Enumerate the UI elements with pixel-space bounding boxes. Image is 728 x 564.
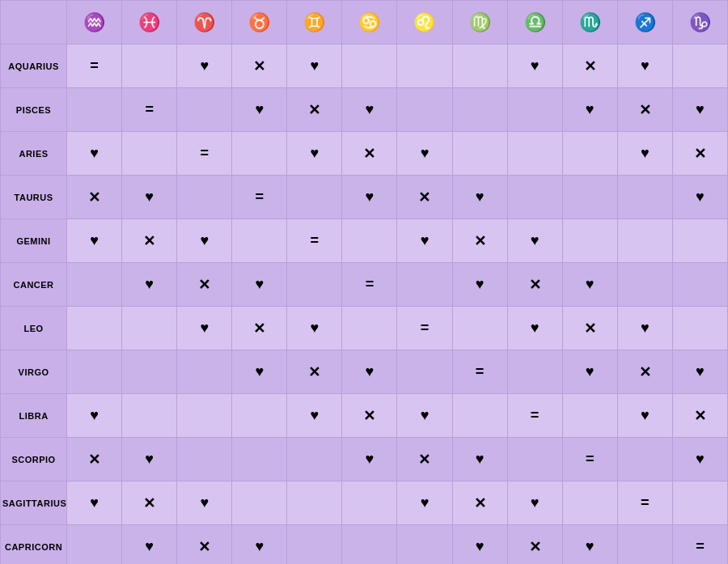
cell-leo-virgo <box>452 307 507 350</box>
cell-gemini-aquarius: ♥ <box>67 219 122 263</box>
row-label-capricorn: CAPRICORN <box>1 525 67 565</box>
cell-cancer-pisces: ♥ <box>122 263 177 307</box>
cell-pisces-capricorn: ♥ <box>672 88 727 132</box>
cell-scorpio-gemini <box>287 438 342 481</box>
cell-cancer-leo <box>397 263 452 307</box>
cell-taurus-libra <box>507 176 562 219</box>
header-sign-libra: ♎ <box>507 1 562 45</box>
header-sign-leo: ♌ <box>397 1 452 45</box>
cell-capricorn-virgo: ♥ <box>452 525 507 565</box>
row-label-aries: ARIES <box>1 132 67 176</box>
cell-leo-cancer <box>342 307 397 350</box>
row-capricorn: CAPRICORN♥✕♥♥✕♥= <box>1 525 728 565</box>
cell-aries-aquarius: ♥ <box>67 132 122 176</box>
cell-libra-gemini: ♥ <box>287 394 342 438</box>
header-sign-cancer: ♋ <box>342 1 397 45</box>
row-label-cancer: CANCER <box>1 263 67 307</box>
cell-pisces-gemini: ✕ <box>287 88 342 132</box>
cell-virgo-sagittarius: ✕ <box>617 350 672 394</box>
row-label-scorpio: SCORPIO <box>1 438 67 481</box>
cell-taurus-pisces: ♥ <box>122 176 177 219</box>
cell-taurus-scorpio <box>562 176 617 219</box>
cell-sagittarius-libra: ♥ <box>507 481 562 525</box>
cell-aries-leo: ♥ <box>397 132 452 176</box>
cell-virgo-virgo: = <box>452 350 507 394</box>
cell-cancer-sagittarius <box>617 263 672 307</box>
cell-aries-gemini: ♥ <box>287 132 342 176</box>
cell-aries-aries: = <box>177 132 232 176</box>
cell-libra-leo: ♥ <box>397 394 452 438</box>
cell-pisces-aries <box>177 88 232 132</box>
header-sign-taurus: ♉ <box>232 1 287 45</box>
cell-capricorn-aquarius <box>67 525 122 565</box>
cell-capricorn-sagittarius <box>617 525 672 565</box>
cell-taurus-aquarius: ✕ <box>67 176 122 219</box>
cell-leo-scorpio: ✕ <box>562 307 617 350</box>
cell-libra-cancer: ✕ <box>342 394 397 438</box>
cell-aquarius-aquarius: = <box>67 45 122 88</box>
header-sign-aquarius: ♒ <box>67 1 122 45</box>
cell-leo-sagittarius: ♥ <box>617 307 672 350</box>
cell-sagittarius-pisces: ✕ <box>122 481 177 525</box>
cell-libra-virgo <box>452 394 507 438</box>
cell-virgo-gemini: ✕ <box>287 350 342 394</box>
cell-leo-libra: ♥ <box>507 307 562 350</box>
header-sign-gemini: ♊ <box>287 1 342 45</box>
cell-aries-capricorn: ✕ <box>672 132 727 176</box>
cell-taurus-capricorn: ♥ <box>672 176 727 219</box>
cell-pisces-sagittarius: ✕ <box>617 88 672 132</box>
cell-gemini-cancer <box>342 219 397 263</box>
cell-scorpio-leo: ✕ <box>397 438 452 481</box>
cell-aquarius-leo <box>397 45 452 88</box>
cell-pisces-scorpio: ♥ <box>562 88 617 132</box>
cell-libra-capricorn: ✕ <box>672 394 727 438</box>
cell-leo-taurus: ✕ <box>232 307 287 350</box>
row-libra: LIBRA♥♥✕♥=♥✕ <box>1 394 728 438</box>
cell-leo-aries: ♥ <box>177 307 232 350</box>
cell-aquarius-pisces <box>122 45 177 88</box>
cell-cancer-cancer: = <box>342 263 397 307</box>
cell-gemini-sagittarius <box>617 219 672 263</box>
cell-gemini-gemini: = <box>287 219 342 263</box>
cell-aquarius-aries: ♥ <box>177 45 232 88</box>
cell-pisces-virgo <box>452 88 507 132</box>
cell-cancer-libra: ✕ <box>507 263 562 307</box>
cell-scorpio-virgo: ♥ <box>452 438 507 481</box>
cell-aries-scorpio <box>562 132 617 176</box>
row-pisces: PISCES=♥✕♥♥✕♥ <box>1 88 728 132</box>
header-sign-scorpio: ♏ <box>562 1 617 45</box>
cell-sagittarius-sagittarius: = <box>617 481 672 525</box>
row-virgo: VIRGO♥✕♥=♥✕♥ <box>1 350 728 394</box>
row-label-aquarius: AQUARIUS <box>1 45 67 88</box>
row-leo: LEO♥✕♥=♥✕♥ <box>1 307 728 350</box>
cell-sagittarius-scorpio <box>562 481 617 525</box>
cell-taurus-cancer: ♥ <box>342 176 397 219</box>
cell-leo-pisces <box>122 307 177 350</box>
cell-taurus-leo: ✕ <box>397 176 452 219</box>
row-label-leo: LEO <box>1 307 67 350</box>
cell-taurus-aries <box>177 176 232 219</box>
row-label-libra: LIBRA <box>1 394 67 438</box>
cell-capricorn-scorpio: ♥ <box>562 525 617 565</box>
cell-leo-aquarius <box>67 307 122 350</box>
cell-libra-libra: = <box>507 394 562 438</box>
cell-libra-pisces <box>122 394 177 438</box>
cell-libra-scorpio <box>562 394 617 438</box>
cell-cancer-taurus: ♥ <box>232 263 287 307</box>
cell-sagittarius-cancer <box>342 481 397 525</box>
row-sagittarius: SAGITTARIUS♥✕♥♥✕♥= <box>1 481 728 525</box>
cell-aries-taurus <box>232 132 287 176</box>
row-label-pisces: PISCES <box>1 88 67 132</box>
cell-gemini-pisces: ✕ <box>122 219 177 263</box>
cell-cancer-aries: ✕ <box>177 263 232 307</box>
cell-scorpio-cancer: ♥ <box>342 438 397 481</box>
cell-pisces-libra <box>507 88 562 132</box>
header-sign-virgo: ♍ <box>452 1 507 45</box>
cell-scorpio-sagittarius <box>617 438 672 481</box>
cell-libra-aries <box>177 394 232 438</box>
cell-pisces-aquarius <box>67 88 122 132</box>
cell-cancer-scorpio: ♥ <box>562 263 617 307</box>
header-sign-aries: ♈ <box>177 1 232 45</box>
cell-aquarius-capricorn <box>672 45 727 88</box>
cell-aquarius-virgo <box>452 45 507 88</box>
